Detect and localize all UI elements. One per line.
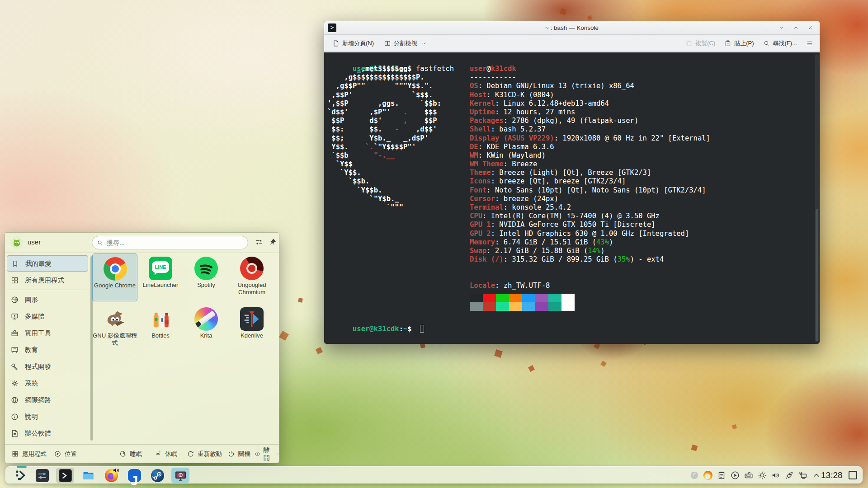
search-input[interactable] bbox=[107, 237, 243, 249]
ascii-line: `d$$' ,$P"' . $$$ bbox=[327, 108, 441, 117]
sidebar-item-internet[interactable]: 網際網路 bbox=[7, 392, 88, 408]
tray-icon-tray-orange-ring[interactable] bbox=[703, 470, 713, 480]
favorites-grid: Google ChromeLINELineLauncherSpotifyUngo… bbox=[92, 253, 276, 446]
line-icon: LINE bbox=[149, 257, 172, 280]
app-tile-krita[interactable]: Krita bbox=[184, 304, 229, 352]
digital-clock[interactable]: 13:28 bbox=[821, 467, 843, 484]
palette-swatch bbox=[522, 302, 535, 311]
tray-icon-keyboard-layout[interactable] bbox=[744, 470, 754, 480]
sidebar-item-apps-grid[interactable]: 所有應用程式 bbox=[7, 272, 88, 288]
tray-icon-expand-tray[interactable] bbox=[811, 470, 821, 480]
prompt-line: user@k31cdk:~$ fastfetch bbox=[327, 56, 454, 65]
app-tile-spotify[interactable]: Spotify bbox=[184, 253, 229, 301]
power-button-sleep[interactable]: 睡眠 bbox=[119, 445, 142, 463]
app-tile-gimp[interactable]: GNU 影像處理程式 bbox=[92, 304, 137, 352]
info-line: Uptime: 12 hours, 27 mins bbox=[470, 108, 710, 117]
power-button-logout[interactable]: 離開 bbox=[255, 445, 280, 463]
task-button-steam[interactable] bbox=[148, 468, 166, 483]
task-button-spectacle[interactable] bbox=[171, 468, 189, 483]
graphics-icon bbox=[10, 296, 19, 304]
app-tile-kdenlive[interactable]: Kdenlive bbox=[229, 304, 274, 352]
window-title: ~ : bash — Konsole bbox=[324, 21, 820, 35]
sidebar-item-graphics[interactable]: 圖形 bbox=[7, 291, 88, 308]
confetti-square bbox=[732, 424, 737, 430]
info-line: ----------- bbox=[470, 73, 710, 82]
maximize-button[interactable] bbox=[791, 23, 801, 33]
power-button-shutdown[interactable]: 關機 bbox=[227, 445, 250, 463]
palette-swatch bbox=[535, 294, 548, 302]
footer-tab-compass[interactable]: 位置 bbox=[54, 445, 77, 463]
taskbar-panel: 13:28 J bbox=[5, 466, 863, 483]
sidebar-item-utilities[interactable]: 實用工具 bbox=[7, 325, 88, 341]
sidebar-item-education[interactable]: 教育 bbox=[7, 342, 88, 358]
pin-button[interactable] bbox=[268, 238, 278, 248]
tray-icon-volume[interactable] bbox=[771, 470, 781, 480]
prompt-line: user@k31cdk:~$ bbox=[327, 316, 424, 325]
palette-swatch bbox=[509, 294, 522, 302]
firefox-icon bbox=[105, 469, 118, 482]
palette-swatch bbox=[496, 294, 509, 302]
info-line bbox=[470, 273, 710, 282]
terminal-scrollbar[interactable] bbox=[815, 54, 819, 342]
app-tile-chrome[interactable]: Google Chrome bbox=[92, 253, 137, 301]
minimize-button[interactable] bbox=[776, 23, 786, 33]
sidebar-item-office[interactable]: 辦公軟體 bbox=[7, 425, 88, 441]
chevron-down-icon bbox=[420, 40, 427, 47]
copy-button: 複製(C) bbox=[685, 39, 715, 47]
ascii-line: ',$$P ,ggs. `$$b: bbox=[327, 99, 441, 108]
find-button[interactable]: 尋找(F)... bbox=[763, 39, 797, 47]
apps-grid-icon bbox=[11, 450, 19, 458]
sidebar-item-help[interactable]: 說明 bbox=[7, 408, 88, 425]
ascii-line: ,g$$$$$$$$$$$$$$$P. bbox=[327, 73, 441, 82]
ascii-line: `""" bbox=[327, 203, 441, 212]
power-button-restart[interactable]: 重新啟動 bbox=[187, 445, 222, 463]
tray-icon-media-player[interactable] bbox=[730, 470, 740, 480]
info-line: WM: KWin (Wayland) bbox=[470, 151, 710, 160]
info-line: Kernel: Linux 6.12.48+deb13-amd64 bbox=[470, 99, 710, 108]
power-button-hibernate[interactable]: 休眠 bbox=[154, 445, 177, 463]
info-line: Swap: 2.17 GiB / 15.88 GiB (14%) bbox=[470, 247, 710, 255]
sidebar-item-bookmark[interactable]: 我的最愛 bbox=[7, 255, 88, 272]
spectacle-icon bbox=[174, 469, 187, 482]
configure-button[interactable] bbox=[255, 238, 264, 248]
split-view-button[interactable]: 分割檢視 bbox=[384, 39, 427, 47]
paste-button[interactable]: 貼上(P) bbox=[724, 39, 754, 47]
app-tile-bottles[interactable]: Bottles bbox=[138, 304, 183, 352]
task-button-firefox[interactable] bbox=[102, 468, 120, 483]
close-button[interactable] bbox=[805, 23, 815, 33]
task-button-dolphin[interactable] bbox=[79, 468, 97, 483]
krita-icon bbox=[194, 307, 218, 331]
new-tab-button[interactable]: 新增分頁(N) bbox=[332, 39, 374, 47]
footer-tab-apps-grid[interactable]: 應用程式 bbox=[11, 445, 47, 463]
search-box bbox=[92, 236, 248, 249]
ascii-line: `Y$$ bbox=[327, 160, 441, 169]
tray-icon-tray-disabled[interactable] bbox=[689, 470, 699, 480]
task-button-joplin[interactable]: J bbox=[125, 468, 143, 483]
sidebar-item-multimedia[interactable]: 多媒體 bbox=[7, 308, 88, 324]
konsole-window: > ~ : bash — Konsole 新增分頁(N) 分割檢視 複製(C) bbox=[324, 21, 820, 344]
task-button-konsole[interactable] bbox=[56, 468, 74, 483]
app-tile-line[interactable]: LINELineLauncher bbox=[138, 253, 183, 301]
task-button-system-settings[interactable] bbox=[33, 468, 51, 483]
application-launcher-button[interactable] bbox=[12, 468, 30, 483]
ascii-line: `$$b. bbox=[327, 177, 441, 186]
titlebar[interactable]: > ~ : bash — Konsole bbox=[324, 21, 820, 35]
tray-icon-clipboard[interactable] bbox=[717, 470, 726, 480]
system-icon bbox=[10, 379, 19, 388]
confetti-square bbox=[600, 361, 607, 367]
tray-icon-krunner[interactable] bbox=[784, 470, 794, 480]
app-tile-chromium[interactable]: Ungoogled Chromium bbox=[229, 253, 274, 301]
user-avatar[interactable] bbox=[10, 236, 23, 249]
apps-grid-icon bbox=[10, 276, 19, 285]
tray-icon-network[interactable] bbox=[798, 470, 808, 480]
confetti-square bbox=[494, 349, 503, 358]
palette-swatch bbox=[548, 294, 561, 302]
tray-icon-brightness[interactable] bbox=[757, 470, 767, 480]
menu-button[interactable] bbox=[806, 40, 813, 47]
konsole-toolbar: 新增分頁(N) 分割檢視 複製(C) 貼上(P) 尋找(F)... bbox=[324, 35, 820, 52]
terminal-area[interactable]: user@k31cdk:~$ fastfetch _,met$$$$$gg. ,… bbox=[324, 52, 820, 344]
info-line: Font: Noto Sans (10pt) [Qt], Noto Sans (… bbox=[470, 186, 710, 195]
peek-at-desktop-button[interactable] bbox=[849, 471, 857, 479]
sidebar-item-system[interactable]: 系統 bbox=[7, 375, 88, 391]
sidebar-item-development[interactable]: 程式開發 bbox=[7, 358, 88, 375]
